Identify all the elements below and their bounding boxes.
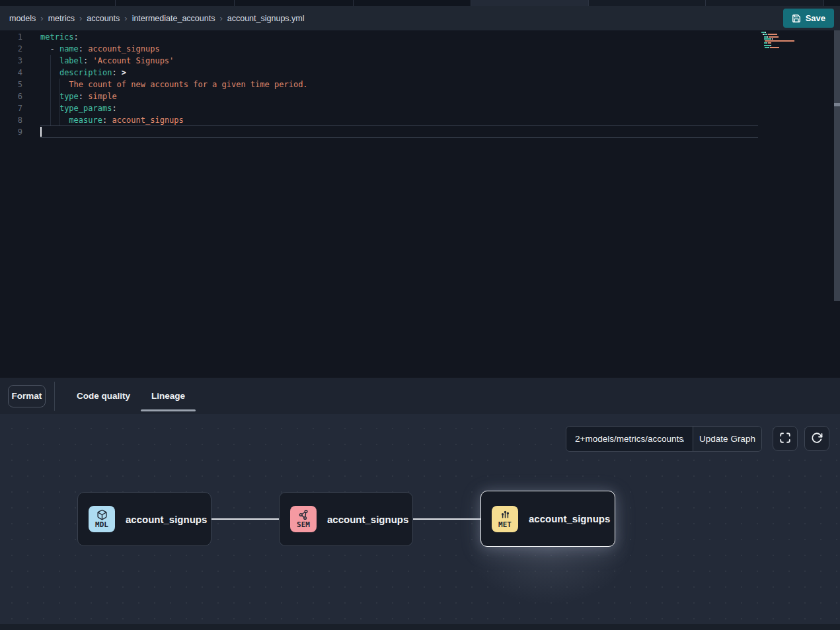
lineage-selector-input[interactable] xyxy=(566,427,693,451)
editor-tab[interactable] xyxy=(354,0,471,6)
breadcrumb-item[interactable]: intermediate_accounts xyxy=(132,14,215,23)
node-label: account_signups xyxy=(327,514,408,525)
code-line[interactable]: 5 The count of new accounts for a given … xyxy=(0,79,840,90)
cube-icon xyxy=(96,509,108,520)
lineage-canvas[interactable]: MDL account_signups SEM account_signups xyxy=(0,414,840,624)
node-badge: SEM xyxy=(290,506,317,532)
code-line[interactable]: 8 measure: account_signups xyxy=(0,114,840,126)
indent-guide xyxy=(59,79,60,126)
lineage-selector-group: Update Graph xyxy=(566,426,762,452)
fullscreen-button[interactable] xyxy=(773,426,798,451)
code-line[interactable]: 4 description: > xyxy=(0,67,840,79)
editor-tab[interactable] xyxy=(471,0,589,6)
breadcrumb-item[interactable]: models xyxy=(9,14,36,23)
editor-tab[interactable] xyxy=(0,0,116,6)
chevron-right-icon: › xyxy=(75,13,87,23)
node-badge-label: MDL xyxy=(95,521,108,529)
lineage-node-mdl[interactable]: MDL account_signups xyxy=(77,492,211,546)
panel-divider xyxy=(54,382,55,411)
breadcrumb-item[interactable]: metrics xyxy=(48,14,75,23)
metric-icon xyxy=(500,509,511,520)
lineage-node-met[interactable]: MET account_signups xyxy=(480,491,615,547)
chevron-right-icon: › xyxy=(120,13,132,23)
code-line[interactable]: 7 type_params: xyxy=(0,102,840,114)
line-number: 9 xyxy=(0,126,22,138)
current-line-highlight xyxy=(40,125,758,138)
editor-tab[interactable] xyxy=(116,0,235,6)
line-number: 8 xyxy=(0,114,22,126)
bottom-panel-bar: Format Code qualityLineage xyxy=(0,378,840,414)
breadcrumb-item[interactable]: accounts xyxy=(87,14,120,23)
line-number: 1 xyxy=(0,31,22,43)
node-badge: MDL xyxy=(89,506,115,532)
lineage-edge xyxy=(413,518,480,520)
line-number: 5 xyxy=(0,79,22,90)
node-label: account_signups xyxy=(126,514,207,525)
editor-tab[interactable] xyxy=(589,0,706,6)
save-button-label: Save xyxy=(806,13,825,23)
minimap[interactable] xyxy=(761,32,800,52)
breadcrumb-bar: models›metrics›accounts›intermediate_acc… xyxy=(0,6,840,30)
breadcrumb: models›metrics›accounts›intermediate_acc… xyxy=(9,13,305,23)
node-badge: MET xyxy=(492,506,518,532)
editor-tab-strip xyxy=(0,0,840,6)
semantic-icon xyxy=(298,509,309,520)
update-graph-button[interactable]: Update Graph xyxy=(693,427,761,451)
node-badge-label: MET xyxy=(498,521,512,529)
line-number: 3 xyxy=(0,55,22,67)
breadcrumb-item[interactable]: account_signups.yml xyxy=(227,14,305,23)
refresh-button[interactable] xyxy=(804,426,829,451)
tab-code-quality[interactable]: Code quality xyxy=(66,378,141,414)
panel-tabs: Code qualityLineage xyxy=(66,378,196,414)
fullscreen-icon xyxy=(779,432,791,446)
tab-lineage[interactable]: Lineage xyxy=(141,378,196,414)
format-button[interactable]: Format xyxy=(8,385,46,407)
chevron-right-icon: › xyxy=(36,13,48,23)
code-line[interactable]: 2 - name: account_signups xyxy=(0,43,840,55)
indent-guide xyxy=(50,55,51,126)
save-icon xyxy=(792,14,801,23)
code-line[interactable]: 6 type: simple xyxy=(0,90,840,102)
app-window: models›metrics›accounts›intermediate_acc… xyxy=(0,0,840,630)
save-button[interactable]: Save xyxy=(783,9,834,28)
code-line[interactable]: 1metrics: xyxy=(0,31,840,43)
text-cursor xyxy=(40,127,42,137)
window-footer xyxy=(0,624,840,630)
editor-tab[interactable] xyxy=(235,0,354,6)
scrollbar-marker xyxy=(834,103,840,106)
line-number: 6 xyxy=(0,90,22,102)
code-line[interactable]: 3 label: 'Account Signups' xyxy=(0,55,840,67)
line-number: 4 xyxy=(0,67,22,79)
code-editor[interactable]: 1metrics:2 - name: account_signups3 labe… xyxy=(0,30,840,378)
node-label: account_signups xyxy=(529,513,610,524)
chevron-right-icon: › xyxy=(215,13,227,23)
line-number: 2 xyxy=(0,43,22,55)
editor-scrollbar[interactable] xyxy=(834,30,840,301)
refresh-icon xyxy=(811,432,823,446)
node-badge-label: SEM xyxy=(297,521,310,529)
editor-tab[interactable] xyxy=(706,0,824,6)
lineage-edge xyxy=(211,518,279,520)
line-number: 7 xyxy=(0,102,22,114)
lineage-node-sem[interactable]: SEM account_signups xyxy=(279,492,413,546)
editor-tab[interactable] xyxy=(824,0,840,6)
